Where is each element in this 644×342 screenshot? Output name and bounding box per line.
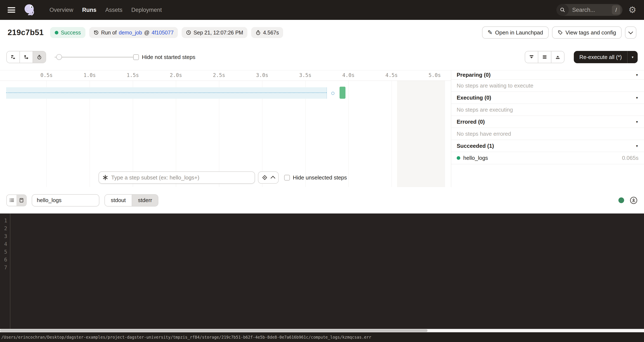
slider-knob[interactable]: [56, 54, 62, 60]
chevron-up-icon: [270, 176, 275, 181]
search-icon: [556, 4, 569, 16]
success-dot-icon: [55, 31, 58, 34]
job-link[interactable]: demo_job: [119, 30, 142, 36]
tab-stderr[interactable]: stderr: [132, 195, 158, 206]
line-number: 2: [0, 225, 7, 232]
chevron-down-icon: [628, 30, 633, 34]
succeeded-step-row[interactable]: hello_logs 0.065s: [451, 152, 644, 164]
open-in-launchpad-button[interactable]: ✎ Open in Launchpad: [482, 26, 548, 39]
line-number: 4: [0, 240, 7, 248]
reexecute-button[interactable]: Re-execute all (*) ▾: [574, 51, 638, 63]
section-executing[interactable]: Executing (0)▼: [451, 92, 644, 104]
gantt-time-axis: 0.5s 1.0s 1.5s 2.0s 2.5s 3.0s 3.5s 4.0s …: [0, 70, 451, 81]
section-executing-empty: No steps are executing: [451, 104, 644, 116]
step-subset-input-wrap: [98, 172, 255, 184]
section-succeeded[interactable]: Succeeded (1)▼: [451, 140, 644, 152]
log-line: 22023-09-21 12:07:30 -0400 - dagster - D…: [0, 225, 644, 232]
success-dot-icon: [457, 156, 460, 160]
line-number: 3: [0, 232, 7, 240]
run-actions: ✎ Open in Launchpad View tags and config: [482, 26, 636, 39]
log-line: 32023-09-21 12:07:30 -0400 - dagster - I…: [0, 232, 644, 240]
gantt-chart[interactable]: 0.5s 1.0s 1.5s 2.0s 2.5s 3.0s 3.5s 4.0s …: [0, 70, 451, 187]
code-version-link[interactable]: 4f105077: [152, 30, 174, 36]
run-of-pill: Run of demo_job @ 4f105077: [89, 27, 178, 38]
line-number: 1: [0, 217, 7, 225]
log-filter-input[interactable]: [36, 197, 95, 204]
stopwatch-icon: [256, 30, 261, 35]
download-log-icon[interactable]: [630, 196, 638, 204]
gantt-flat-view-button[interactable]: [7, 51, 20, 63]
graph-query-toggle-button[interactable]: [258, 172, 279, 184]
start-time-pill: Sep 21, 12:07:26 PM: [182, 27, 247, 38]
nav-item-deployment[interactable]: Deployment: [131, 7, 162, 13]
gantt-overflow-shade: [397, 81, 445, 187]
reexecute-dropdown-button[interactable]: ▾: [628, 51, 638, 63]
nav-item-assets[interactable]: Assets: [105, 7, 122, 13]
layers-icon: [262, 175, 268, 180]
collapse-down-button[interactable]: [525, 51, 538, 63]
caret-down-icon: ▼: [635, 144, 638, 148]
top-nav: Overview Runs Assets Deployment / ⚙: [0, 0, 644, 20]
step-dependency-marker: [331, 92, 334, 95]
status-badge: Success: [50, 27, 86, 38]
run-gantt-section: 0.5s 1.0s 1.5s 2.0s 2.5s 3.0s 3.5s 4.0s …: [0, 70, 644, 187]
step-waiting-band[interactable]: [6, 87, 327, 99]
horizontal-scrollbar[interactable]: [0, 329, 644, 332]
gantt-waterfall-view-button[interactable]: [20, 51, 32, 63]
gantt-zoom-slider[interactable]: [54, 51, 133, 63]
log-file-path: /Users/erincochran/Desktop/dagster-examp…: [0, 335, 371, 340]
log-line: 42023-09-21 12:07:30 -0400 - dagster - D…: [0, 240, 644, 248]
structured-log-view-button[interactable]: [7, 195, 16, 206]
search-input[interactable]: [572, 6, 610, 14]
nav-item-overview[interactable]: Overview: [50, 7, 73, 13]
tab-stdout[interactable]: stdout: [105, 195, 132, 206]
dagster-logo-icon[interactable]: [23, 3, 37, 17]
run-more-actions-button[interactable]: [625, 26, 636, 39]
step-success-bar[interactable]: [340, 87, 346, 99]
nav-links: Overview Runs Assets Deployment: [50, 7, 162, 13]
line-number: 7: [0, 264, 7, 272]
section-errored[interactable]: Errored (0)▼: [451, 116, 644, 128]
tag-icon: [558, 30, 563, 35]
gantt-plot-area[interactable]: Hide unselected steps: [0, 81, 451, 187]
view-tags-config-button[interactable]: View tags and config: [552, 26, 622, 39]
scrollbar-thumb[interactable]: [0, 329, 428, 332]
step-subset-input[interactable]: [111, 174, 251, 181]
split-panels-button[interactable]: [538, 51, 551, 63]
gantt-timed-view-button[interactable]: [32, 51, 46, 63]
hide-not-started-checkbox[interactable]: Hide not started steps: [133, 54, 195, 60]
duration-pill: 4.567s: [251, 27, 283, 38]
section-errored-empty: No steps have errored: [451, 128, 644, 140]
raw-log-viewer[interactable]: 12023-09-21 12:07:30 -0400 - dagster - D…: [0, 214, 644, 329]
checkbox-icon[interactable]: [284, 175, 290, 180]
log-toolbar: stdout stderr: [0, 187, 644, 214]
search-shortcut-badge: /: [612, 5, 620, 14]
menu-icon[interactable]: [8, 7, 15, 13]
caret-down-icon: ▼: [635, 73, 638, 77]
log-lines: 12023-09-21 12:07:30 -0400 - dagster - D…: [0, 217, 644, 272]
log-stream-tabs: stdout stderr: [104, 194, 158, 206]
raw-log-view-button[interactable]: [16, 195, 26, 206]
checkbox-icon[interactable]: [133, 54, 139, 60]
pencil-icon: ✎: [488, 30, 492, 36]
hide-unselected-checkbox[interactable]: Hide unselected steps: [284, 174, 347, 181]
log-line: 62023-09-21 12:07:30 -0400 - dagster - D…: [0, 256, 644, 264]
gantt-toolbar: Hide not started steps Re-execute all (*…: [0, 49, 644, 65]
caret-down-icon: ▼: [635, 120, 638, 124]
clock-icon: [186, 30, 191, 35]
log-line: 52023-09-21 12:07:30 -0400 - dagster - D…: [0, 248, 644, 256]
expand-up-button[interactable]: [551, 51, 564, 63]
line-number: 6: [0, 256, 7, 264]
section-preparing-empty: No steps are waiting to execute: [451, 80, 644, 92]
section-preparing[interactable]: Preparing (0)▼: [451, 70, 644, 80]
caret-down-icon: ▼: [635, 96, 638, 100]
log-line: 12023-09-21 12:07:30 -0400 - dagster - D…: [0, 217, 644, 225]
global-search[interactable]: /: [556, 4, 622, 16]
panel-layout-group: [525, 51, 564, 63]
nav-item-runs[interactable]: Runs: [82, 7, 96, 13]
log-path-footer: /Users/erincochran/Desktop/dagster-examp…: [0, 332, 644, 342]
log-line: 72023-09-21 12:07:30 -0400 - dagster - D…: [0, 264, 644, 272]
run-id-title: 219c7b51: [8, 28, 44, 37]
line-number: 5: [0, 248, 7, 256]
settings-gear-icon[interactable]: ⚙: [628, 6, 636, 14]
